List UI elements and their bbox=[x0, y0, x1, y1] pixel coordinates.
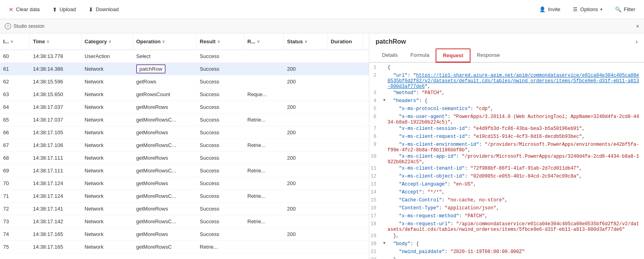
line-number: 5 bbox=[369, 106, 381, 112]
code-line: 12 "x-ms-client-object-id": "02d0905c-e0… bbox=[369, 173, 644, 181]
code-line: 1{ bbox=[369, 64, 644, 72]
clear-data-button[interactable]: ✕ Clear data bbox=[6, 5, 42, 14]
line-content: "x-ms-client-session-id": "e4d9fb3d-fc86… bbox=[388, 126, 644, 131]
session-bar-left: i Studio session bbox=[5, 23, 44, 29]
tab-details[interactable]: Details bbox=[376, 48, 404, 63]
filter-button[interactable]: 🔍 Filter bbox=[613, 5, 638, 14]
tabs-bar: DetailsFormulaRequestResponse bbox=[369, 48, 644, 63]
line-number: 9 bbox=[369, 142, 381, 147]
line-content: "Accept-Language": "en-US", bbox=[388, 182, 644, 187]
table-row[interactable]: 7014:38:17.124NetworkgetMoreRowsSuccess2… bbox=[0, 177, 369, 190]
options-button[interactable]: ☰ Options ▾ bbox=[571, 5, 605, 14]
column-header-duration[interactable]: Duration bbox=[328, 33, 363, 50]
line-content: "url": "https://tip1-shared.azure-apim.n… bbox=[388, 73, 644, 89]
line-content: "nwind_paiddate": "2020-11-19T08:00:00.0… bbox=[388, 249, 644, 255]
code-line: 17 "x-ms-request-method": "PATCH", bbox=[369, 213, 644, 221]
expand-icon[interactable]: › bbox=[636, 38, 638, 45]
table-row[interactable]: 6014:38:13.778UserActionSelectSuccess bbox=[0, 50, 369, 63]
close-session-button[interactable]: × bbox=[636, 23, 639, 29]
column-header-r[interactable]: R... ∨ bbox=[244, 33, 284, 50]
code-panel[interactable]: 1{2 "url": "https://tip1-shared.azure-ap… bbox=[369, 63, 644, 259]
line-content: }, bbox=[388, 233, 644, 239]
line-number: 3 bbox=[369, 90, 381, 96]
code-line: 9 "x-ms-client-environment-id": "/provid… bbox=[369, 141, 644, 153]
column-header-result[interactable]: Result ∨ bbox=[197, 33, 244, 50]
line-content: "x-ms-client-app-id": "/providers/Micros… bbox=[388, 154, 644, 165]
line-arrow-icon[interactable]: ▼ bbox=[381, 241, 388, 245]
line-content: "x-ms-request-method": "PATCH", bbox=[388, 213, 644, 219]
table-row[interactable]: 7114:38:17.124NetworkgetMoreRowsC...Succ… bbox=[0, 190, 369, 203]
line-content: "Cache-Control": "no-cache, no-store", bbox=[388, 197, 644, 203]
url-link[interactable]: https://tip1-shared.azure-apim.net/apim/… bbox=[388, 73, 639, 89]
invite-icon: 👤 bbox=[539, 6, 546, 12]
col-r-label: R... bbox=[247, 39, 255, 44]
toolbar-right: 👤 Invite ☰ Options ▾ 🔍 Filter bbox=[537, 5, 638, 14]
table-row[interactable]: 7314:38:17.142NetworkgetMoreRowsC...Succ… bbox=[0, 215, 369, 228]
code-line: 20▼ "body": { bbox=[369, 241, 644, 249]
filter-label: Filter bbox=[624, 6, 635, 12]
column-header-operation[interactable]: Operation ∨ bbox=[133, 33, 197, 50]
table-row[interactable]: 6614:38:17.105NetworkgetMoreRowsSuccess2… bbox=[0, 126, 369, 139]
invite-button[interactable]: 👤 Invite bbox=[537, 5, 563, 14]
line-number: 18 bbox=[369, 221, 381, 227]
table-row[interactable]: 6514:38:17.037NetworkgetMoreRowsC...Succ… bbox=[0, 114, 369, 126]
code-line: 5 "x-ms-protocol-semantics": "cdp", bbox=[369, 106, 644, 114]
table-row[interactable]: 6414:38:17.037NetworkgetMoreRowsSuccess2… bbox=[0, 101, 369, 114]
code-line: 3 "method": "PATCH", bbox=[369, 90, 644, 98]
invite-label: Invite bbox=[548, 6, 560, 12]
tab-formula[interactable]: Formula bbox=[404, 48, 436, 63]
line-content: "Accept": "*/*", bbox=[388, 189, 644, 195]
code-line: 8 "x-ms-client-request-id": "e10cd151-91… bbox=[369, 133, 644, 141]
column-header-status[interactable]: Status ∨ bbox=[284, 33, 328, 50]
code-line: 4▼ "headers": { bbox=[369, 98, 644, 106]
line-number: 6 bbox=[369, 114, 381, 120]
col-id-label: I... bbox=[3, 39, 9, 44]
line-number: 7 bbox=[369, 126, 381, 131]
col-category-label: Category bbox=[85, 39, 107, 44]
tab-request[interactable]: Request bbox=[436, 48, 470, 63]
line-content: "x-ms-client-environment-id": "/provider… bbox=[388, 142, 644, 153]
column-header-category[interactable]: Category ∨ bbox=[81, 33, 133, 50]
column-header-time[interactable]: Time ∨ bbox=[30, 33, 81, 50]
col-operation-sort-icon: ∨ bbox=[162, 39, 165, 44]
code-line: 13 "Accept-Language": "en-US", bbox=[369, 181, 644, 189]
line-content: "x-ms-client-request-id": "e10cd151-914c… bbox=[388, 134, 644, 139]
download-button[interactable]: ⬇ Download bbox=[86, 5, 121, 14]
col-time-label: Time bbox=[33, 39, 45, 44]
table-row[interactable]: 6314:38:15.650NetworkgetRowsCountSuccess… bbox=[0, 88, 369, 101]
line-number: 8 bbox=[369, 134, 381, 139]
line-number: 1 bbox=[369, 65, 381, 70]
upload-button[interactable]: ⬆ Upload bbox=[50, 5, 78, 14]
code-line: 11 "x-ms-client-tenant-id": "72f988bf-86… bbox=[369, 165, 644, 173]
line-content: "method": "PATCH", bbox=[388, 90, 644, 96]
table-row[interactable]: 7414:38:17.165NetworkgetMoreRowsSuccess2… bbox=[0, 228, 369, 241]
line-content: "x-ms-user-agent": "PowerApps/3.20114.0 … bbox=[388, 114, 644, 125]
table-body: 6014:38:13.778UserActionSelectSuccess611… bbox=[0, 50, 369, 259]
line-number: 12 bbox=[369, 174, 381, 179]
column-header-id[interactable]: I... ∨ bbox=[0, 33, 30, 50]
line-number: 13 bbox=[369, 182, 381, 187]
line-number: 14 bbox=[369, 189, 381, 195]
line-content: "x-ms-request-url": "/apim/commondataser… bbox=[388, 221, 644, 232]
table-row[interactable]: 6814:38:17.111NetworkgetMoreRowsSuccess2… bbox=[0, 152, 369, 164]
line-arrow-icon[interactable]: ▼ bbox=[381, 98, 388, 102]
code-line: 6 "x-ms-user-agent": "PowerApps/3.20114.… bbox=[369, 114, 644, 126]
col-status-label: Status bbox=[287, 39, 303, 44]
col-operation-label: Operation bbox=[136, 39, 160, 44]
code-line: 2 "url": "https://tip1-shared.azure-apim… bbox=[369, 72, 644, 90]
right-panel: patchRow › DetailsFormulaRequestResponse… bbox=[369, 33, 644, 259]
table-row[interactable]: 6214:38:15.596NetworkgetRowsSuccess200 bbox=[0, 75, 369, 88]
tab-response[interactable]: Response bbox=[470, 48, 507, 63]
table-row[interactable]: 7514:38:17.165NetworkgetMoreRowsCRetrie.… bbox=[0, 241, 369, 253]
table-row[interactable]: 6114:38:14.386NetworkpatchRowSuccess200 bbox=[0, 63, 369, 75]
code-line: 16 "Content-Type": "application/json", bbox=[369, 205, 644, 213]
table-row[interactable]: 7214:38:17.141NetworkgetMoreRowsSuccess2… bbox=[0, 203, 369, 215]
options-icon: ☰ bbox=[573, 6, 578, 12]
line-number: 19 bbox=[369, 233, 381, 239]
right-panel-title: patchRow bbox=[376, 38, 406, 45]
line-content: } bbox=[388, 257, 644, 259]
table-row[interactable]: 6914:38:17.111NetworkgetMoreRowsC...Succ… bbox=[0, 164, 369, 177]
code-line: 18 "x-ms-request-url": "/apim/commondata… bbox=[369, 221, 644, 233]
session-label: Studio session bbox=[13, 23, 44, 29]
table-row[interactable]: 6714:38:17.106NetworkgetMoreRowsC...Succ… bbox=[0, 139, 369, 152]
